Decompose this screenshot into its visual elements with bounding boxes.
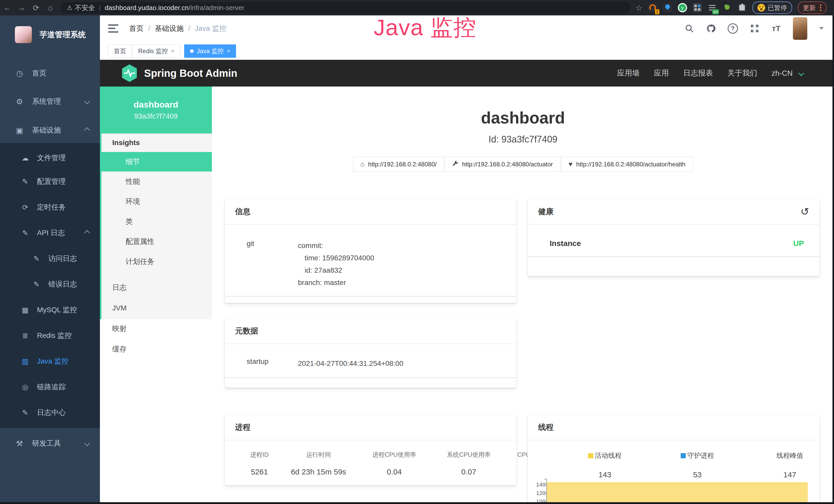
- avatar-caret-icon[interactable]: [819, 27, 824, 30]
- infra-submenu: ☁ 文件管理 ✎ 配置管理 ⟳ 定时任务 ✎ API 日志 ✎ 访问日志 ✎: [0, 143, 100, 428]
- card-title-text: 信息: [235, 206, 250, 217]
- y-tick-120: 120: [530, 490, 546, 497]
- sidebar-item-home[interactable]: ◷ 首页: [0, 60, 100, 86]
- tab-home[interactable]: 首页: [108, 44, 132, 58]
- sba-link-applications[interactable]: 应用: [654, 68, 669, 78]
- sba-brand[interactable]: Spring Boot Admin: [121, 64, 237, 83]
- chevron-down-icon: [84, 98, 90, 105]
- menu-item-scheduledtasks[interactable]: 计划任务: [102, 252, 212, 272]
- home-link-icon: ⌂: [360, 160, 365, 168]
- close-icon[interactable]: ×: [227, 48, 230, 54]
- app-logo-row[interactable]: 芋道管理系统: [0, 21, 100, 49]
- page-subtitle: Id: 93a3fc7f7409: [212, 134, 834, 145]
- lang-chevron-down-icon[interactable]: [798, 70, 804, 76]
- extensions-puzzle-icon[interactable]: [738, 3, 747, 12]
- metadata-row-label: startup: [247, 358, 298, 370]
- instance-header[interactable]: dashboard 93a3fc7f7409: [100, 87, 212, 134]
- cloud-upload-icon: ☁: [20, 154, 30, 162]
- search-icon[interactable]: [684, 24, 694, 33]
- sba-link-about[interactable]: 关于我们: [727, 68, 757, 78]
- sba-link-journal[interactable]: 日志报表: [683, 68, 713, 78]
- address-separator: |: [99, 4, 101, 11]
- monitor-icon: ▣: [14, 126, 25, 135]
- browser-update-button[interactable]: 更新: [798, 2, 827, 14]
- sidebar-item-access-log[interactable]: ✎ 访问日志: [0, 246, 100, 271]
- sidebar-item-infra[interactable]: ▣ 基础设施: [0, 117, 100, 143]
- sidebar-item-log-center[interactable]: ✎ 日志中心: [0, 400, 100, 426]
- sidebar-item-label: 首页: [32, 68, 46, 78]
- window-edge-bottom: [0, 502, 834, 504]
- reload-icon[interactable]: ⟳: [29, 3, 43, 12]
- sidebar-item-label: 系统管理: [32, 96, 61, 106]
- sidebar-item-tracing[interactable]: ◎ 链路追踪: [0, 374, 100, 400]
- info-card-title: 信息: [225, 199, 516, 225]
- header-actions: ? ᴛT: [684, 16, 824, 41]
- legend-label: 守护进程: [687, 451, 714, 460]
- sidebar-item-error-log[interactable]: ✎ 错误日志: [0, 271, 100, 297]
- extension-orange-icon[interactable]: 1: [648, 3, 657, 12]
- info-row-git: git commit: time: 1596289704000 id: 27aa…: [225, 239, 516, 297]
- browser-menu-icon[interactable]: [820, 4, 821, 11]
- sidebar-item-config[interactable]: ✎ 配置管理: [0, 169, 100, 194]
- tab-redis[interactable]: Redis 监控 ×: [132, 44, 180, 58]
- forward-icon[interactable]: →: [14, 3, 29, 12]
- extension-pin-icon[interactable]: [663, 3, 672, 12]
- col-process-cpu: 进程CPU使用率: [356, 451, 433, 459]
- bookmark-star-icon[interactable]: ☆: [635, 3, 642, 12]
- font-size-icon[interactable]: ᴛT: [771, 24, 781, 33]
- menu-item-configprops[interactable]: 配置属性: [102, 232, 212, 252]
- sidebar-item-file[interactable]: ☁ 文件管理: [0, 145, 100, 171]
- tick-mark: [544, 493, 547, 494]
- menu-item-jvm[interactable]: JVM: [100, 298, 212, 318]
- legend-yellow-swatch: [588, 453, 593, 458]
- close-icon[interactable]: ×: [171, 48, 174, 54]
- sba-link-wallboard[interactable]: 应用墙: [617, 68, 640, 78]
- sidebar-item-mysql[interactable]: ▦ MySQL 监控: [0, 297, 100, 323]
- back-icon[interactable]: ←: [0, 3, 14, 12]
- sidebar-item-system[interactable]: ⚙ 系统管理: [0, 89, 100, 114]
- history-icon[interactable]: ↺: [800, 206, 809, 217]
- menu-item-logfile[interactable]: 日志: [100, 277, 212, 298]
- sba-lang-select[interactable]: zh-CN: [772, 69, 793, 77]
- extension-list-icon[interactable]: on: [708, 3, 717, 12]
- tab-java-active[interactable]: Java 监控 ×: [184, 44, 236, 58]
- sidebar-item-api-log[interactable]: ✎ API 日志: [0, 220, 100, 246]
- home-icon[interactable]: ⌂: [43, 3, 58, 12]
- menu-item-details[interactable]: 细节: [102, 152, 212, 171]
- sba-logo-icon: [121, 64, 138, 83]
- health-url-button[interactable]: ♥ http://192.168.0.2:48080/actuator/heal…: [561, 157, 693, 172]
- address-bar[interactable]: ⚠ 不安全 | dashboard.yudao.iocoder.cn /infr…: [60, 2, 631, 13]
- menu-item-metrics[interactable]: 性能: [102, 171, 212, 191]
- val-process-cpu: 0.04: [356, 467, 433, 476]
- sidebar-item-devtools[interactable]: ⚒ 研发工具: [0, 431, 100, 456]
- git-id-line: id: 27aa832: [298, 264, 501, 276]
- menu-item-caches[interactable]: 缓存: [100, 339, 212, 360]
- breadcrumb-infra[interactable]: 基础设施: [155, 24, 184, 33]
- github-icon[interactable]: [706, 24, 716, 33]
- instance-links: ⌂ http://192.168.0.2:48080/ http://192.1…: [212, 157, 834, 172]
- sidebar-item-label: 基础设施: [32, 125, 61, 135]
- profile-paused-badge[interactable]: 已暂停: [752, 2, 792, 14]
- extension-badge: 1: [655, 9, 659, 15]
- sidebar-item-java[interactable]: ▥ Java 监控: [0, 348, 100, 374]
- extension-leaf-icon[interactable]: [723, 3, 732, 12]
- y-axis-cap: [544, 479, 547, 479]
- menu-item-classes[interactable]: 类: [102, 211, 212, 232]
- extension-grid-icon[interactable]: [693, 3, 702, 12]
- toolbox-icon: ⚒: [14, 439, 25, 448]
- breadcrumb-home[interactable]: 首页: [129, 24, 144, 33]
- menu-item-env[interactable]: 环境: [102, 191, 212, 211]
- area-series-fill: [547, 482, 808, 504]
- menu-item-mappings[interactable]: 映射: [100, 318, 212, 339]
- extension-y-icon[interactable]: y: [678, 3, 687, 12]
- sidebar-item-redis[interactable]: ≣ Redis 监控: [0, 323, 100, 348]
- help-icon[interactable]: ?: [728, 23, 738, 33]
- heartbeat-icon: ♥: [569, 160, 572, 168]
- fullscreen-icon[interactable]: [750, 24, 760, 33]
- hamburger-icon[interactable]: [108, 24, 118, 32]
- actuator-url-button[interactable]: http://192.168.0.2:48080/actuator: [445, 157, 561, 172]
- user-avatar[interactable]: [793, 17, 807, 40]
- health-card-title: 健康 ↺: [528, 199, 819, 225]
- service-url-button[interactable]: ⌂ http://192.168.0.2:48080/: [353, 157, 444, 172]
- sidebar-item-job[interactable]: ⟳ 定时任务: [0, 194, 100, 220]
